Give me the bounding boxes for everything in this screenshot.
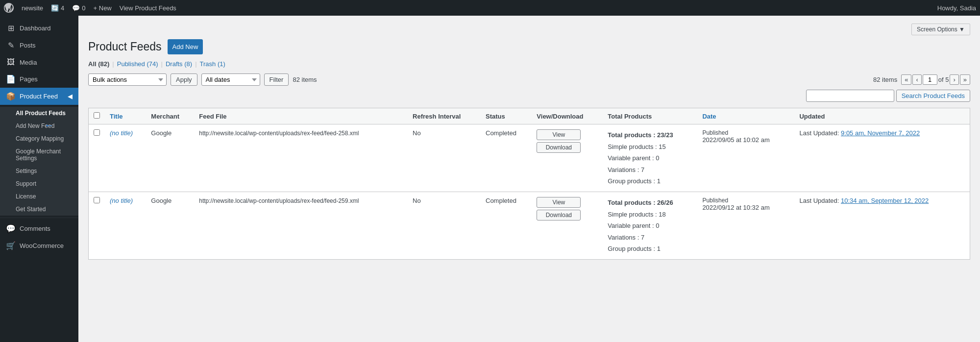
bulk-actions-select[interactable]: Bulk actions <box>88 73 167 86</box>
table-row: (no title) Google http://newsite.local/w… <box>89 124 970 192</box>
first-page-button[interactable]: « <box>901 74 911 85</box>
wp-logo-item[interactable] <box>4 3 14 13</box>
col-header-refresh-interval: Refresh Interval <box>408 108 481 124</box>
col-header-date[interactable]: Date <box>697 108 794 124</box>
feed-url: http://newsite.local/wp-content/uploads/… <box>199 197 359 204</box>
admin-bar: newsite 🔄 4 💬 0 + New View Product Feeds… <box>0 0 980 16</box>
sidebar-item-product-feed[interactable]: 📦 Product Feed ◀ <box>0 88 78 105</box>
row-refresh-interval-cell: No <box>408 192 481 260</box>
comments-item[interactable]: 💬 0 <box>72 4 85 12</box>
date-info: Published 2022/09/05 at 10:02 am <box>702 129 789 144</box>
items-count: 82 items <box>293 76 317 83</box>
sidebar-item-posts[interactable]: ✎ Posts <box>0 37 78 54</box>
submenu-get-started[interactable]: Get Started <box>0 203 78 216</box>
products-info: Total products : 26/26 Simple products :… <box>608 197 692 254</box>
comments-icon: 💬 <box>6 224 16 233</box>
updated-link[interactable]: 10:34 am, September 12, 2022 <box>841 197 929 204</box>
feed-title-link[interactable]: (no title) <box>110 197 133 204</box>
sidebar-item-label: Media <box>20 59 37 66</box>
sidebar-item-label: WooCommerce <box>20 242 64 249</box>
row-checkbox[interactable] <box>94 129 100 136</box>
search-bar: Search Product Feeds <box>88 90 970 102</box>
sidebar: ⊞ Dashboard ✎ Posts 🖼 Media 📄 Pages 📦 Pr… <box>0 16 78 342</box>
col-header-feed-file: Feed File <box>194 108 408 124</box>
col-header-view-download: View/Download <box>532 108 603 124</box>
prev-page-button[interactable]: ‹ <box>912 74 921 85</box>
row-date-cell: Published 2022/09/05 at 10:02 am <box>697 124 794 192</box>
add-new-feed-arrow: ← <box>44 120 54 131</box>
howdy-text: Howdy, Sadia <box>937 4 976 12</box>
page-header: Product Feeds Add New <box>88 39 970 54</box>
sidebar-item-label: Posts <box>20 42 36 49</box>
filter-tab-trash[interactable]: Trash (1) <box>200 60 225 68</box>
download-button[interactable]: Download <box>537 210 581 220</box>
submenu-settings[interactable]: Settings <box>0 165 78 177</box>
submenu-category-mapping[interactable]: Category Mapping <box>0 132 78 145</box>
new-item[interactable]: + New <box>94 4 112 12</box>
col-header-updated: Updated <box>794 108 970 124</box>
row-refresh-interval-cell: No <box>408 124 481 192</box>
filter-tab-published[interactable]: Published (74) <box>117 60 158 68</box>
items-count-right: 82 items <box>873 76 897 83</box>
sidebar-item-label: Comments <box>20 225 50 232</box>
row-total-products-cell: Total products : 26/26 Simple products :… <box>603 192 697 260</box>
toolbar-right: 82 items « ‹ of 5 › » <box>873 74 970 85</box>
col-header-title[interactable]: Title <box>105 108 146 124</box>
feed-title-link[interactable]: (no title) <box>110 129 133 137</box>
products-info: Total products : 23/23 Simple products :… <box>608 129 692 187</box>
date-filter-select[interactable]: All dates <box>201 73 260 86</box>
screen-options-button[interactable]: Screen Options ▼ <box>911 24 970 35</box>
row-checkbox[interactable] <box>94 197 100 203</box>
toolbar-search-row: Bulk actions Apply All dates Filter 82 i… <box>88 73 970 86</box>
sidebar-item-woocommerce[interactable]: 🛒 WooCommerce <box>0 237 78 254</box>
sidebar-item-comments[interactable]: 💬 Comments <box>0 220 78 237</box>
filter-button[interactable]: Filter <box>264 73 289 86</box>
updated-info: Last Updated: 10:34 am, September 12, 20… <box>799 197 965 204</box>
select-all-checkbox[interactable] <box>94 112 100 119</box>
view-product-feeds-link[interactable]: View Product Feeds <box>120 4 176 12</box>
feeds-table: Title Merchant Feed File Refresh Interva… <box>88 108 970 260</box>
sidebar-item-label: Dashboard <box>20 24 51 32</box>
col-header-status: Status <box>481 108 532 124</box>
feed-url: http://newsite.local/wp-content/uploads/… <box>199 130 359 137</box>
row-view-download-cell: View Download <box>532 124 603 192</box>
row-title-cell: (no title) <box>105 192 146 260</box>
submenu-license[interactable]: License <box>0 190 78 203</box>
search-input[interactable] <box>806 90 894 102</box>
table-row: (no title) Google http://newsite.local/w… <box>89 192 970 260</box>
col-header-cb <box>89 108 105 124</box>
row-feed-file-cell: http://newsite.local/wp-content/uploads/… <box>194 124 408 192</box>
submenu-add-new-feed[interactable]: Add New Feed ← <box>0 120 78 132</box>
row-status-cell: Completed <box>481 192 532 260</box>
sidebar-item-dashboard[interactable]: ⊞ Dashboard <box>0 20 78 37</box>
page-number-input[interactable] <box>923 74 937 85</box>
submenu-all-product-feeds[interactable]: All Product Feeds <box>0 107 78 120</box>
next-page-button[interactable]: › <box>950 74 958 85</box>
updated-link[interactable]: 9:05 am, November 7, 2022 <box>841 129 920 137</box>
apply-button[interactable]: Apply <box>171 73 197 86</box>
add-new-button[interactable]: Add New <box>168 39 203 54</box>
screen-options-bar: Screen Options ▼ <box>88 24 970 35</box>
submenu-google-merchant[interactable]: Google Merchant Settings <box>0 145 78 165</box>
search-button[interactable]: Search Product Feeds <box>896 90 970 102</box>
main-content: Screen Options ▼ Product Feeds Add New A… <box>78 16 980 342</box>
view-button[interactable]: View <box>537 197 581 208</box>
row-updated-cell: Last Updated: 10:34 am, September 12, 20… <box>794 192 970 260</box>
filter-tab-all[interactable]: All (82) <box>88 60 109 68</box>
woocommerce-icon: 🛒 <box>6 241 16 250</box>
view-button[interactable]: View <box>537 129 581 140</box>
site-name[interactable]: newsite <box>22 4 43 12</box>
download-button[interactable]: Download <box>537 142 581 153</box>
pages-icon: 📄 <box>6 74 16 84</box>
sidebar-item-media[interactable]: 🖼 Media <box>0 54 78 71</box>
col-header-merchant: Merchant <box>146 108 194 124</box>
submenu-support[interactable]: Support <box>0 177 78 190</box>
updates-item[interactable]: 🔄 4 <box>51 4 64 12</box>
sidebar-item-pages[interactable]: 📄 Pages <box>0 71 78 88</box>
last-page-button[interactable]: » <box>960 74 970 85</box>
pagination: « ‹ of 5 › » <box>901 74 970 85</box>
posts-icon: ✎ <box>6 41 16 50</box>
page-title: Product Feeds <box>88 40 162 54</box>
row-date-cell: Published 2022/09/12 at 10:32 am <box>697 192 794 260</box>
filter-tab-drafts[interactable]: Drafts (8) <box>166 60 192 68</box>
